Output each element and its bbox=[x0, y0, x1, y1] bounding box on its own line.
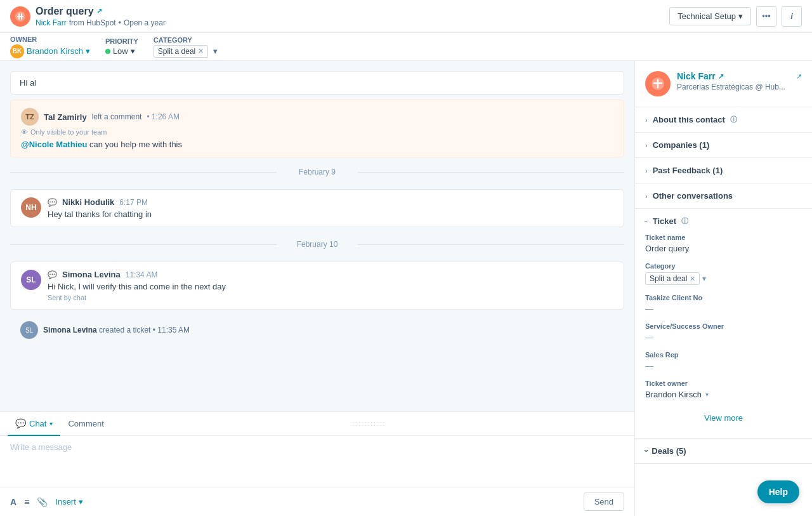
comment-tab[interactable]: Comment bbox=[60, 413, 111, 436]
ticket-owner-chevron-icon[interactable]: ▾ bbox=[705, 391, 709, 398]
category-field-label: Category bbox=[645, 262, 802, 270]
ticket-details: Ticket name Order query Category Split a… bbox=[635, 234, 812, 438]
ticket-info-icon: ⓘ bbox=[681, 216, 688, 226]
about-section-header[interactable]: › About this contact ⓘ bbox=[635, 107, 812, 132]
sales-rep-field: Sales Rep — bbox=[645, 351, 802, 371]
sidebar-category-tag-text: Split a deal bbox=[650, 274, 687, 283]
owner-label: Owner bbox=[10, 36, 90, 43]
send-label: Send bbox=[594, 497, 613, 506]
ticket-external-link-icon[interactable]: ↗ bbox=[96, 7, 102, 15]
owner-value-text: Brandon Kirsch bbox=[27, 46, 83, 56]
chat-tab[interactable]: 💬 Chat ▾ bbox=[8, 412, 60, 436]
technical-setup-button[interactable]: Technical Setup ▾ bbox=[669, 7, 751, 25]
ticket-section-header[interactable]: › Ticket ⓘ bbox=[635, 209, 812, 234]
tal-avatar: TZ bbox=[21, 108, 39, 126]
priority-value-container[interactable]: Low ▾ bbox=[105, 46, 138, 56]
mention-text: @Nicole Mathieu bbox=[21, 140, 87, 149]
date-sep-feb10-label: February 10 bbox=[297, 240, 338, 249]
simona-text: Hi Nick, I will verify this and come in … bbox=[48, 282, 613, 291]
bullet: • bbox=[119, 18, 121, 27]
toolbar-left: A ≡ 📎 Insert ▾ bbox=[10, 497, 83, 507]
owner-chevron-icon: ▾ bbox=[86, 46, 90, 56]
service-owner-label: Service/Success Owner bbox=[645, 322, 802, 330]
system-event-action: created a ticket • 11:35 AM bbox=[99, 326, 190, 334]
ticket-subtitle: Nick Farr from HubSpot • Open a year bbox=[36, 18, 166, 27]
format-icon[interactable]: ≡ bbox=[24, 497, 29, 507]
resize-dots: ::::::::::: bbox=[353, 420, 386, 427]
chat-channel-icon: 💬 bbox=[48, 198, 57, 207]
nick-farr-link[interactable]: Nick Farr bbox=[36, 18, 67, 27]
deals-section-header[interactable]: › Deals (5) bbox=[635, 439, 812, 463]
more-options-button[interactable]: ••• bbox=[756, 6, 776, 27]
category-add-icon[interactable]: ▾ bbox=[213, 46, 218, 56]
contact-external-link-icon[interactable]: ↗ bbox=[718, 72, 724, 81]
companies-section-header[interactable]: › Companies (1) bbox=[635, 133, 812, 157]
system-event-text: Simona Levina created a ticket • 11:35 A… bbox=[43, 326, 190, 334]
source-text: from HubSpot bbox=[69, 18, 116, 27]
comment-action: left a comment bbox=[92, 112, 142, 121]
date-separator-feb10: February 10 bbox=[0, 232, 634, 256]
other-conversations-label: Other conversations bbox=[653, 191, 733, 201]
chat-tab-chevron-icon: ▾ bbox=[49, 420, 53, 427]
taskize-field: Taskize Client No — bbox=[645, 294, 802, 314]
resize-handle[interactable]: ::::::::::: bbox=[112, 420, 627, 427]
eye-icon: 👁 bbox=[21, 128, 28, 136]
chat-tabs: 💬 Chat ▾ Comment ::::::::::: bbox=[0, 412, 634, 436]
date-separator-feb9: February 9 bbox=[0, 160, 634, 184]
sidebar-category-tag: Split a deal ✕ bbox=[645, 272, 700, 285]
taskize-label: Taskize Client No bbox=[645, 294, 802, 301]
nikki-time: 6:17 PM bbox=[119, 198, 148, 207]
other-conv-chevron-icon: › bbox=[645, 192, 648, 200]
send-button[interactable]: Send bbox=[584, 493, 624, 511]
info-icon: i bbox=[790, 11, 793, 21]
info-button[interactable]: i bbox=[782, 6, 802, 27]
bold-icon[interactable]: A bbox=[10, 497, 16, 507]
contact-name[interactable]: Nick Farr ↗ bbox=[677, 71, 796, 81]
technical-setup-chevron-icon: ▾ bbox=[738, 11, 743, 21]
owner-avatar: BK bbox=[10, 44, 24, 58]
header-right: Technical Setup ▾ ••• i bbox=[669, 6, 802, 27]
sent-by-label: Sent by chat bbox=[48, 294, 613, 301]
attachment-icon[interactable]: 📎 bbox=[37, 497, 48, 507]
sales-rep-value: — bbox=[645, 361, 802, 371]
system-event: SL Simona Levina created a ticket • 11:3… bbox=[10, 315, 624, 345]
view-more-link[interactable]: View more bbox=[704, 413, 743, 423]
simona-time: 11:34 AM bbox=[126, 270, 158, 279]
ticket-name-label: Ticket name bbox=[645, 234, 802, 241]
deals-section: › Deals (5) bbox=[635, 439, 812, 464]
insert-label: Insert bbox=[55, 497, 76, 506]
conversation-panel: Hi al TZ Tal Zamirly left a comment • 1:… bbox=[0, 61, 634, 516]
chat-tab-icon: 💬 bbox=[15, 418, 26, 428]
about-label: About this contact bbox=[653, 115, 725, 124]
taskize-value: — bbox=[645, 304, 802, 314]
category-tag-text: Split a deal bbox=[158, 47, 195, 56]
ticket-chevron-icon: › bbox=[643, 220, 650, 223]
simona-msg-content: 💬 Simona Levina 11:34 AM Hi Nick, I will… bbox=[48, 270, 613, 301]
deals-title: › Deals (5) bbox=[645, 446, 686, 456]
deals-label: Deals (5) bbox=[652, 446, 686, 456]
nikki-msg-content: 💬 Nikki Hodulik 6:17 PM Hey tal thanks f… bbox=[48, 197, 613, 219]
top-header: Order query ↗ Nick Farr from HubSpot • O… bbox=[0, 0, 812, 33]
sidebar-category-add-icon[interactable]: ▾ bbox=[702, 274, 706, 283]
partial-message-text: Hi al bbox=[20, 78, 36, 88]
simona-message: SL 💬 Simona Levina 11:34 AM Hi Nick, I w… bbox=[10, 261, 624, 310]
comment-author: Tal Zamirly bbox=[44, 112, 87, 122]
other-conversations-header[interactable]: › Other conversations bbox=[635, 183, 812, 208]
message-input[interactable]: Write a message bbox=[0, 436, 634, 487]
help-button[interactable]: Help bbox=[757, 480, 799, 503]
ticket-name-value: Order query bbox=[645, 244, 802, 253]
contact-header-external-icon[interactable]: ↗ bbox=[796, 72, 802, 81]
comment-body: can you help me with this bbox=[89, 140, 182, 149]
insert-button[interactable]: Insert ▾ bbox=[55, 497, 83, 506]
nikki-message: NH 💬 Nikki Hodulik 6:17 PM Hey tal thank… bbox=[10, 189, 624, 227]
comment-time: • 1:26 AM bbox=[147, 112, 180, 121]
comment-tab-label: Comment bbox=[68, 419, 103, 428]
sidebar-category-remove-icon[interactable]: ✕ bbox=[690, 275, 695, 283]
more-icon: ••• bbox=[762, 11, 771, 21]
category-remove-button[interactable]: ✕ bbox=[198, 47, 204, 55]
past-feedback-header[interactable]: › Past Feedback (1) bbox=[635, 158, 812, 183]
owner-value-container[interactable]: BK Brandon Kirsch ▾ bbox=[10, 44, 90, 58]
ticket-owner-field: Ticket owner Brandon Kirsch ▾ bbox=[645, 380, 802, 399]
nikki-author: Nikki Hodulik bbox=[62, 197, 114, 207]
ticket-title-text: Order query bbox=[36, 6, 94, 17]
